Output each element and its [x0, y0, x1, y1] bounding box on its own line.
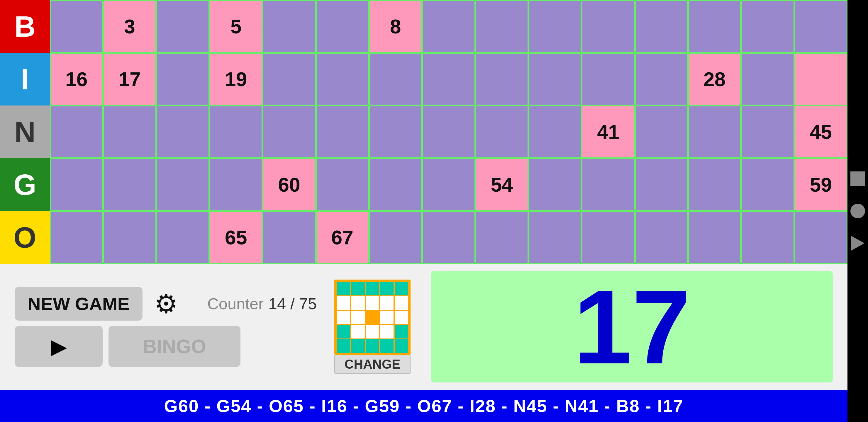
table-row[interactable]: [369, 105, 422, 158]
table-row[interactable]: [582, 158, 634, 211]
table-row[interactable]: [475, 105, 528, 158]
card-cell: [337, 325, 350, 338]
table-row[interactable]: [316, 0, 369, 53]
table-row[interactable]: 5: [209, 0, 262, 53]
app-layout: B 3 5 8 I 16: [0, 0, 847, 422]
table-row[interactable]: [528, 158, 582, 211]
table-row[interactable]: [795, 0, 847, 53]
table-row[interactable]: [50, 211, 103, 264]
table-row[interactable]: [475, 53, 528, 105]
card-cell: [337, 311, 350, 324]
table-row[interactable]: [741, 0, 794, 53]
table-row[interactable]: [316, 105, 369, 158]
system-back-button[interactable]: [851, 236, 865, 251]
letter-b: B: [0, 0, 50, 53]
table-row[interactable]: [262, 53, 315, 105]
table-row[interactable]: 3: [103, 0, 156, 53]
table-row[interactable]: [156, 0, 209, 53]
table-row[interactable]: [262, 0, 315, 53]
left-controls: NEW GAME ⚙ Counter 14 / 75 ▶ BINGO: [15, 287, 317, 367]
card-cell: [395, 325, 408, 338]
table-row[interactable]: 65: [209, 211, 262, 264]
table-row[interactable]: 19: [209, 53, 262, 105]
table-row[interactable]: [156, 53, 209, 105]
card-cell: [395, 339, 408, 353]
table-row[interactable]: [422, 53, 475, 105]
table-row[interactable]: [475, 211, 528, 264]
table-row[interactable]: [741, 53, 794, 105]
table-row[interactable]: [262, 105, 315, 158]
g-cells: 60 54 59: [50, 158, 847, 211]
table-row[interactable]: [103, 211, 156, 264]
table-row[interactable]: [528, 105, 582, 158]
bingo-button[interactable]: BINGO: [108, 326, 241, 367]
table-row[interactable]: [50, 158, 103, 211]
table-row[interactable]: [688, 0, 741, 53]
card-cell: [337, 296, 350, 310]
table-row[interactable]: [635, 211, 688, 264]
table-row[interactable]: 16: [50, 53, 103, 105]
card-cell: [366, 339, 379, 353]
table-row[interactable]: [50, 0, 103, 53]
table-row[interactable]: 60: [262, 158, 315, 211]
table-row[interactable]: [795, 53, 847, 105]
settings-icon[interactable]: ⚙: [154, 288, 178, 319]
table-row[interactable]: [635, 0, 688, 53]
table-row[interactable]: [635, 53, 688, 105]
table-row[interactable]: [741, 105, 794, 158]
letter-o: O: [0, 211, 50, 264]
play-button[interactable]: ▶: [15, 326, 103, 367]
table-row[interactable]: [528, 53, 582, 105]
table-row[interactable]: [688, 105, 741, 158]
table-row[interactable]: [262, 211, 315, 264]
table-row[interactable]: [422, 211, 475, 264]
table-row[interactable]: [688, 211, 741, 264]
table-row[interactable]: [422, 158, 475, 211]
table-row[interactable]: [103, 105, 156, 158]
mini-card: [334, 280, 410, 354]
table-row[interactable]: [741, 158, 794, 211]
table-row[interactable]: [528, 0, 582, 53]
table-row[interactable]: [422, 0, 475, 53]
table-row[interactable]: [209, 105, 262, 158]
card-cell: [380, 282, 394, 295]
bingo-board: B 3 5 8 I 16: [0, 0, 847, 264]
table-row[interactable]: [688, 158, 741, 211]
new-game-button[interactable]: NEW GAME: [15, 287, 143, 321]
table-row[interactable]: 17: [103, 53, 156, 105]
table-row[interactable]: [795, 211, 847, 264]
change-button[interactable]: CHANGE: [334, 354, 410, 374]
table-row[interactable]: 8: [369, 0, 422, 53]
table-row[interactable]: [635, 158, 688, 211]
card-cell: [395, 296, 408, 310]
table-row[interactable]: [422, 105, 475, 158]
table-row[interactable]: [528, 211, 582, 264]
table-row[interactable]: [582, 0, 634, 53]
table-row[interactable]: 67: [316, 211, 369, 264]
table-row[interactable]: [156, 211, 209, 264]
table-row[interactable]: [741, 211, 794, 264]
table-row[interactable]: [369, 53, 422, 105]
table-row[interactable]: 28: [688, 53, 741, 105]
table-row[interactable]: [582, 53, 634, 105]
system-circle-button[interactable]: [850, 204, 865, 218]
table-row[interactable]: [103, 158, 156, 211]
table-row[interactable]: 54: [475, 158, 528, 211]
table-row[interactable]: [156, 158, 209, 211]
table-row[interactable]: 45: [795, 105, 847, 158]
table-row[interactable]: [316, 53, 369, 105]
table-row[interactable]: [209, 158, 262, 211]
table-row[interactable]: [475, 0, 528, 53]
table-row[interactable]: [316, 158, 369, 211]
table-row[interactable]: [635, 105, 688, 158]
table-row[interactable]: [369, 158, 422, 211]
table-row[interactable]: 41: [582, 105, 634, 158]
table-row[interactable]: [156, 105, 209, 158]
table-row[interactable]: [369, 211, 422, 264]
table-row[interactable]: [50, 105, 103, 158]
table-row[interactable]: [582, 211, 634, 264]
table-row[interactable]: 59: [795, 158, 847, 211]
card-cell-orange: [366, 311, 379, 324]
o-cells: 65 67: [50, 211, 847, 264]
system-square-button[interactable]: [850, 171, 865, 186]
